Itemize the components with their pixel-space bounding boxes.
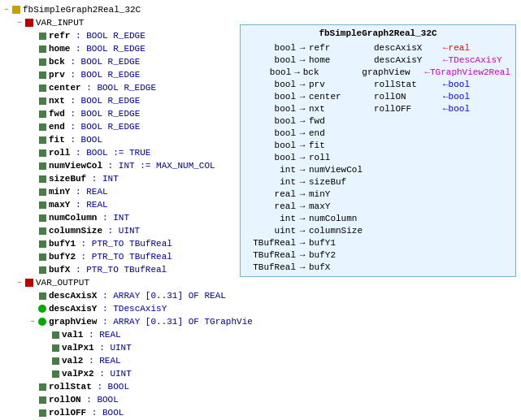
- overlay-row: int → sizeBuf: [245, 175, 510, 188]
- overlay-row: int → numViewCol: [245, 163, 510, 175]
- overlay-rows: bool → refr descAxisX ←real bool → home …: [245, 41, 510, 273]
- list-item[interactable]: nxt : BOOL R_EDGE: [2, 94, 250, 107]
- bool-icon: [37, 44, 47, 54]
- graphview-node[interactable]: − graphView : ARRAY [0..31] OF TGraphVie…: [2, 315, 250, 328]
- bool-icon: [37, 57, 47, 67]
- expand-graphview-icon[interactable]: −: [28, 317, 37, 327]
- overlay-row: bool → roll: [245, 151, 510, 163]
- expand-root-icon[interactable]: −: [2, 5, 11, 15]
- int-icon: [37, 226, 47, 236]
- list-item[interactable]: minY : REAL: [2, 185, 250, 198]
- var-output-icon: [24, 278, 34, 288]
- bool-icon: [37, 395, 47, 405]
- overlay-row: bool → prv rollStat ←bool: [245, 78, 510, 90]
- fb-icon: [11, 5, 21, 15]
- overlay-row: bool → refr descAxisX ←real: [245, 41, 510, 54]
- overlay-row: bool → home descAxisY ←TDescAxisY: [245, 54, 510, 66]
- list-item[interactable]: bck : BOOL R_EDGE: [2, 55, 250, 68]
- tdesc-icon: [37, 304, 47, 314]
- list-item[interactable]: sizeBuf : INT: [2, 172, 250, 185]
- overlay-box: fbSimpleGraph2Real_32C bool → refr descA…: [240, 24, 516, 277]
- bool-icon: [37, 408, 47, 418]
- int-icon: [50, 343, 60, 353]
- bool-icon: [37, 148, 47, 158]
- list-item[interactable]: maxY : REAL: [2, 198, 250, 211]
- overlay-row: bool → fwd: [245, 115, 510, 127]
- overlay-row: TBufReal → bufX: [245, 261, 510, 273]
- list-item[interactable]: valPx1 : UINT: [2, 341, 250, 354]
- item-label: refr : BOOL R_EDGE: [49, 31, 145, 41]
- list-item[interactable]: roll : BOOL := TRUE: [2, 146, 250, 159]
- real-icon: [37, 187, 47, 197]
- overlay-row: TBufReal → bufY1: [245, 236, 510, 249]
- list-item[interactable]: numColumn : INT: [2, 211, 250, 224]
- var-input-icon: [24, 18, 34, 28]
- ptr-icon: [37, 252, 47, 262]
- bool-icon: [37, 96, 47, 106]
- var-input-group[interactable]: − VAR_INPUT: [2, 16, 250, 29]
- leaf-spacer: [28, 31, 37, 41]
- main-container: − fbSimpleGraph2Real_32C − VAR_INPUT ref…: [0, 0, 521, 420]
- ptr-icon: [37, 239, 47, 249]
- tgraph-icon: [37, 317, 47, 327]
- var-input-label: VAR_INPUT: [36, 18, 84, 28]
- list-item[interactable]: descAxisX : ARRAY [0..31] OF REAL: [2, 289, 250, 302]
- bool-icon: [37, 135, 47, 145]
- real-icon: [37, 200, 47, 210]
- overlay-row: bool → bck graphView ←TGraphView2Real: [245, 66, 510, 78]
- real-icon: [50, 330, 60, 340]
- bool-icon: [37, 83, 47, 93]
- list-item[interactable]: refr : BOOL R_EDGE: [2, 29, 250, 42]
- list-item[interactable]: val1 : REAL: [2, 328, 250, 341]
- list-item[interactable]: prv : BOOL R_EDGE: [2, 68, 250, 81]
- expand-output-icon[interactable]: −: [15, 278, 24, 288]
- bool-icon: [37, 382, 47, 392]
- overlay-row: bool → center rollON ←bool: [245, 90, 510, 102]
- int-icon: [50, 369, 60, 379]
- bool-icon: [37, 70, 47, 80]
- list-item[interactable]: rollOFF : BOOL: [2, 406, 250, 419]
- list-item[interactable]: bufY1 : PTR_TO TBufReal: [2, 237, 250, 250]
- list-item[interactable]: valPx2 : UINT: [2, 367, 250, 380]
- list-item[interactable]: fit : BOOL: [2, 133, 250, 146]
- tree-root[interactable]: − fbSimpleGraph2Real_32C: [2, 3, 250, 16]
- overlay-row: uint → columnSize: [245, 224, 510, 236]
- list-item[interactable]: bufX : PTR_TO TBufReal: [2, 263, 250, 276]
- overlay-title: fbSimpleGraph2Real_32C: [245, 28, 510, 38]
- tree-panel: − fbSimpleGraph2Real_32C − VAR_INPUT ref…: [0, 0, 252, 420]
- expand-input-icon[interactable]: −: [15, 18, 24, 28]
- overlay-row: bool → fit: [245, 139, 510, 151]
- real-icon: [50, 356, 60, 366]
- overlay-row: int → numColumn: [245, 212, 510, 224]
- int-icon: [37, 213, 47, 223]
- overlay-row: bool → nxt rollOFF ←bool: [245, 102, 510, 115]
- list-item[interactable]: center : BOOL R_EDGE: [2, 81, 250, 94]
- list-item[interactable]: rollStat : BOOL: [2, 380, 250, 393]
- list-item[interactable]: val2 : REAL: [2, 354, 250, 367]
- var-output-label: VAR_OUTPUT: [36, 278, 89, 288]
- bool-icon: [37, 109, 47, 119]
- list-item[interactable]: columnSize : UINT: [2, 224, 250, 237]
- list-item[interactable]: rollON : BOOL: [2, 393, 250, 406]
- ptr-icon: [37, 265, 47, 275]
- bool-icon: [37, 31, 47, 41]
- overlay-row: bool → end: [245, 127, 510, 139]
- list-item[interactable]: fwd : BOOL R_EDGE: [2, 107, 250, 120]
- arr-icon: [37, 291, 47, 301]
- int-icon: [37, 174, 47, 184]
- list-item[interactable]: numViewCol : INT := MAX_NUM_COL: [2, 159, 250, 172]
- overlay-row: TBufReal → bufY2: [245, 249, 510, 261]
- var-output-group[interactable]: − VAR_OUTPUT: [2, 276, 250, 289]
- overlay-row: real → minY: [245, 188, 510, 200]
- bool-icon: [37, 122, 47, 132]
- list-item[interactable]: home : BOOL R_EDGE: [2, 42, 250, 55]
- list-item[interactable]: bufY2 : PTR_TO TBufReal: [2, 250, 250, 263]
- int-icon: [37, 161, 47, 171]
- root-label: fbSimpleGraph2Real_32C: [23, 5, 141, 15]
- list-item[interactable]: end : BOOL R_EDGE: [2, 120, 250, 133]
- overlay-row: real → maxY: [245, 200, 510, 212]
- list-item[interactable]: descAxisY : TDescAxisY: [2, 302, 250, 315]
